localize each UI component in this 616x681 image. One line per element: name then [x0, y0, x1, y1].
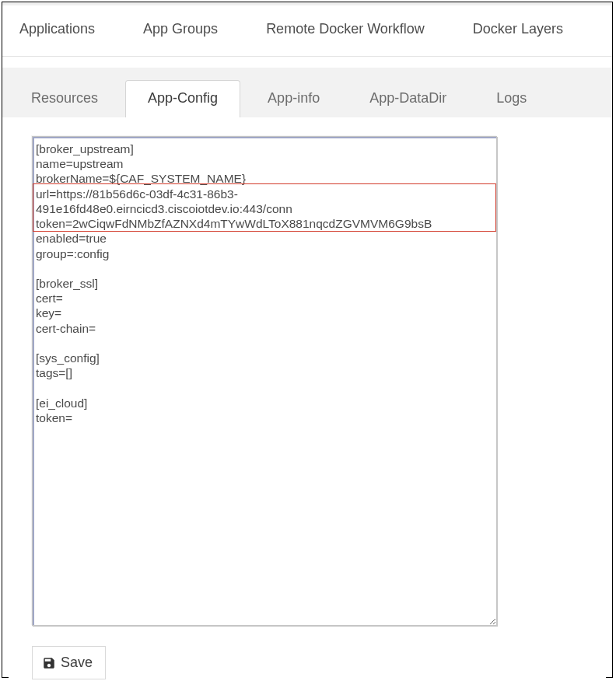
save-button[interactable]: Save	[32, 646, 106, 679]
nav-remote-docker-workflow[interactable]: Remote Docker Workflow	[249, 10, 442, 51]
save-icon	[42, 656, 56, 670]
app-frame: Applications App Groups Remote Docker Wo…	[2, 2, 613, 678]
tab-logs[interactable]: Logs	[474, 80, 549, 117]
content-panel: Save	[9, 117, 606, 679]
tab-resources[interactable]: Resources	[9, 80, 121, 117]
primary-nav: Applications App Groups Remote Docker Wo…	[2, 2, 612, 57]
tab-app-datadir[interactable]: App-DataDir	[347, 80, 469, 117]
tab-app-config[interactable]: App-Config	[125, 80, 240, 117]
app-config-textarea[interactable]	[32, 136, 497, 626]
nav-applications[interactable]: Applications	[2, 10, 112, 51]
save-button-label: Save	[61, 655, 93, 671]
nav-app-groups[interactable]: App Groups	[126, 10, 235, 51]
tab-app-info[interactable]: App-info	[245, 80, 342, 117]
nav-docker-layers[interactable]: Docker Layers	[456, 10, 580, 51]
tabs-row: Resources App-Config App-info App-DataDi…	[2, 68, 612, 117]
config-wrap	[32, 136, 497, 629]
